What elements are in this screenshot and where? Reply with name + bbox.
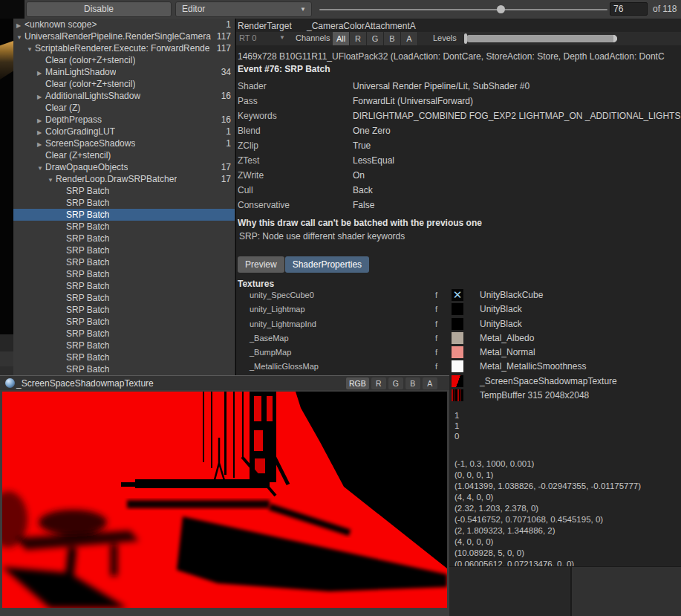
tree-row[interactable]: SRP Batch [13,351,235,363]
texture-thumbnail[interactable] [452,289,463,301]
levels-min-handle[interactable] [464,33,467,44]
preview-channel-button[interactable]: B [405,377,420,389]
tree-row[interactable]: DrawOpaqueObjects 17 [13,161,235,173]
detail-row: Shader Universal Render Pipeline/Lit, Su… [236,79,681,94]
tree-row[interactable]: ScreenSpaceShadows 1 [13,137,235,149]
texture-thumbnail[interactable] [452,303,463,315]
tab[interactable]: ShaderProperties [285,256,369,273]
levels-max-handle[interactable] [613,35,617,42]
chevron-down-icon: ▼ [300,2,306,16]
event-slider-handle[interactable] [497,5,505,13]
tree-row[interactable]: ColorGradingLUT 1 [13,126,235,137]
texture-flag: f [435,305,437,314]
texture-name: UnityBlack [480,319,522,329]
tree-row[interactable]: SRP Batch [13,340,235,351]
frame-debugger-window: Disable Editor ▼ of 118 <unknown scope> … [0,0,681,616]
tree-row[interactable]: Clear (Z+stencil) [13,149,235,161]
tree-row[interactable]: SRP Batch [13,185,235,197]
texture-row[interactable]: _MetallicGlossMap f Metal_MetallicSmooth… [236,360,681,374]
background-block [0,351,13,366]
shadowmap-preview-image[interactable] [2,392,447,608]
texture-thumbnail[interactable] [452,360,463,372]
event-number-input[interactable] [610,2,648,16]
tree-row[interactable]: SRP Batch [13,244,235,256]
tab[interactable]: Preview [238,256,284,273]
channel-button[interactable]: A [401,32,418,45]
tree-row[interactable]: SRP Batch [13,363,235,375]
tree-row[interactable]: SRP Batch [13,256,235,268]
tree-row[interactable]: SRP Batch [13,209,235,221]
detail-label: Keywords [238,108,277,123]
preview-channel-button[interactable]: A [423,377,437,389]
event-slider-track[interactable] [319,9,607,10]
preview-channel-button[interactable]: G [388,377,403,389]
preview-header: _ScreenSpaceShadowmapTexture RGBRGBA [0,375,449,390]
preview-channel-button[interactable]: RGB [346,377,369,389]
shader-state-details: Shader Universal Render Pipeline/Lit, Su… [236,79,681,213]
disable-button[interactable]: Disable [26,1,172,17]
chevron-down-icon: ▼ [279,34,285,41]
channel-button[interactable]: B [384,32,401,45]
channel-button[interactable]: R [350,32,367,45]
tree-row[interactable]: SRP Batch [13,268,235,280]
tree-row[interactable]: ScriptableRenderer.Execute: ForwardRende… [13,42,235,54]
detail-row: ZWrite On [236,168,681,183]
tree-row[interactable]: SRP Batch [13,316,235,328]
detail-label: ZClip [238,138,258,153]
tree-row-label: UniversalRenderPipeline.RenderSingleCame… [25,30,211,42]
tree-row-label: DepthPrepass [45,114,102,126]
vector-value: (1.041399, 1.038826, -0.02947355, -0.011… [454,481,641,492]
tree-row[interactable]: SRP Batch [13,197,235,209]
texture-row[interactable]: _BaseMap f Metal_Albedo [236,331,681,346]
detail-label: Blend [238,123,261,138]
tree-row-label: MainLightShadow [45,66,116,78]
texture-row[interactable]: _BumpMap f Metal_Normal [236,346,681,360]
detail-value: DIRLIGHTMAP_COMBINED FOG_EXP2 LIGHTMAP_O… [353,108,681,123]
texture-row[interactable]: unity_SpecCube0 f UnityBlackCube [236,288,681,302]
vector-values: (-1, 0.3, 1000, 0.001)(0, 0, 0, 1)(1.041… [454,458,641,570]
tree-row[interactable]: MainLightShadow 34 [13,66,235,78]
tree-row[interactable]: SRP Batch [13,304,235,316]
texture-thumbnail[interactable] [452,332,463,344]
tree-row-label: SRP Batch [66,256,109,268]
tree-row-label: SRP Batch [66,363,109,375]
tree-row[interactable]: SRP Batch [13,221,235,233]
texture-thumbnail[interactable] [452,389,463,401]
tree-row[interactable]: SRP Batch [13,292,235,304]
levels-range-slider[interactable] [466,35,617,42]
channel-button[interactable]: All [333,32,350,45]
levels-label: Levels [433,33,457,42]
render-target-format: 1469x728 B10G11R11_UFloatPack32 (LoadAct… [238,51,681,62]
tree-row[interactable]: AdditionalLightsShadow 16 [13,90,235,102]
channel-button[interactable]: G [367,32,384,45]
texture-flag: f [435,362,437,371]
preview-channel-button[interactable]: R [371,377,386,389]
tree-row[interactable]: SRP Batch [13,280,235,292]
tree-row[interactable]: Clear (Z) [13,102,235,114]
texture-row[interactable]: unity_Lightmap f UnityBlack [236,302,681,317]
texture-flag: f [435,291,437,299]
tree-row-label: SRP Batch [66,292,109,304]
tree-row[interactable]: DepthPrepass 16 [13,114,235,126]
batch-break-title: Why this draw call can't be batched with… [238,218,482,228]
texture-thumbnail[interactable] [452,346,463,358]
tree-row-label: <unknown scope> [25,19,97,30]
background-panel [449,566,570,616]
texture-thumbnail[interactable] [452,375,463,387]
tree-row-label: SRP Batch [66,351,109,363]
toolbar: Disable Editor ▼ of 118 [0,0,681,19]
tree-row[interactable]: UniversalRenderPipeline.RenderSingleCame… [13,30,235,42]
tree-row[interactable]: SRP Batch [13,328,235,340]
float-values: 110 [454,410,459,441]
rt-index-dropdown[interactable]: RT 0 [239,33,256,42]
tree-row[interactable]: RenderLoop.DrawSRPBatcher 17 [13,173,235,185]
tree-row-label: ScreenSpaceShadows [45,137,135,149]
tree-row[interactable]: Clear (color+Z+stencil) [13,54,235,66]
detail-row: ZTest LessEqual [236,153,681,168]
target-dropdown[interactable]: Editor ▼ [175,1,312,17]
tree-row[interactable]: Clear (color+Z+stencil) [13,78,235,90]
tree-row[interactable]: <unknown scope> 1 [13,19,235,30]
texture-thumbnail[interactable] [452,318,463,330]
tree-row[interactable]: SRP Batch [13,233,235,244]
texture-row[interactable]: unity_LightmapInd f UnityBlack [236,317,681,331]
